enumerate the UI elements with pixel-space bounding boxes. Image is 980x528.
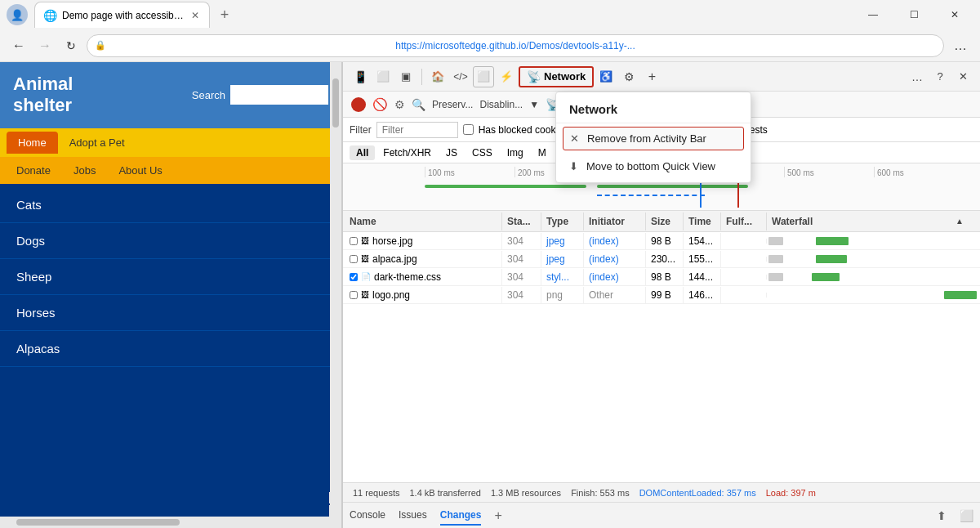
- browser-window: 👤 🌐 Demo page with accessibility issu ✕ …: [0, 0, 980, 528]
- context-menu-overlay: Network ✕ Remove from Activity Bar ⬇ Mov…: [343, 62, 980, 528]
- main-area: Animalshelter Search Home Adopt a Pet Do…: [0, 62, 980, 528]
- sub-item-about[interactable]: About Us: [109, 160, 172, 181]
- address-wrapper: 🔒: [87, 34, 944, 57]
- tab-title: Demo page with accessibility issu: [62, 10, 185, 21]
- reload-button[interactable]: ↻: [60, 35, 82, 56]
- sub-menu: Donate Jobs About Us: [0, 157, 341, 184]
- address-input[interactable]: [87, 34, 944, 57]
- page-header: Animalshelter Search: [0, 62, 341, 128]
- context-menu-item-move[interactable]: ⬇ Move to bottom Quick View: [556, 154, 751, 179]
- scrollbar-thumb[interactable]: [332, 78, 339, 128]
- context-menu-item-remove[interactable]: ✕ Remove from Activity Bar: [563, 127, 744, 150]
- remove-icon: ✕: [570, 132, 579, 145]
- devtools-panel: 📱 ⬜ ▣ 🏠 </> ⬜ ⚡ 📡 Network ♿ ⚙ + … ?: [343, 62, 980, 528]
- move-icon: ⬇: [569, 160, 578, 172]
- more-button[interactable]: …: [949, 34, 972, 57]
- tab-close-icon[interactable]: ✕: [189, 8, 201, 23]
- tab-bar: 👤 🌐 Demo page with accessibility issu ✕ …: [0, 0, 980, 29]
- sidebar-list: Cats Dogs Sheep Horses Alpacas: [0, 184, 341, 517]
- sub-item-jobs[interactable]: Jobs: [64, 160, 105, 181]
- browser-tab[interactable]: 🌐 Demo page with accessibility issu ✕: [34, 2, 210, 28]
- nav-item-adopt[interactable]: Adopt a Pet: [58, 132, 136, 154]
- page-hscroll[interactable]: ▶: [0, 517, 341, 528]
- site-title: Animalshelter: [13, 74, 73, 117]
- maximize-button[interactable]: ☐: [895, 2, 933, 28]
- sidebar-item-horses[interactable]: Horses: [0, 295, 341, 331]
- sidebar-item-sheep[interactable]: Sheep: [0, 259, 341, 295]
- context-menu-item-remove-label: Remove from Activity Bar: [587, 132, 706, 145]
- minimize-button[interactable]: —: [854, 2, 892, 28]
- profile-avatar[interactable]: 👤: [7, 4, 28, 25]
- new-tab-button[interactable]: +: [213, 3, 236, 26]
- close-button[interactable]: ✕: [936, 2, 973, 28]
- search-label: Search: [192, 89, 225, 101]
- back-button[interactable]: ←: [8, 35, 29, 56]
- context-menu-title: Network: [556, 96, 751, 123]
- context-menu: Network ✕ Remove from Activity Bar ⬇ Mov…: [555, 92, 751, 183]
- nav-item-home[interactable]: Home: [7, 132, 58, 154]
- scrollbar-track[interactable]: [330, 62, 341, 528]
- page-search-input[interactable]: [230, 85, 328, 105]
- context-menu-item-move-label: Move to bottom Quick View: [586, 160, 715, 172]
- webpage-preview: Animalshelter Search Home Adopt a Pet Do…: [0, 62, 343, 528]
- nav-menu: Home Adopt a Pet: [0, 128, 341, 157]
- lock-icon: 🔒: [95, 40, 106, 51]
- sidebar-item-alpacas[interactable]: Alpacas: [0, 331, 341, 367]
- address-bar: ← → ↻ 🔒 …: [0, 29, 980, 62]
- tab-favicon: 🌐: [43, 9, 57, 22]
- sub-item-donate[interactable]: Donate: [7, 160, 60, 181]
- sidebar-item-dogs[interactable]: Dogs: [0, 223, 341, 259]
- sidebar-item-cats[interactable]: Cats: [0, 187, 341, 223]
- forward-button[interactable]: →: [34, 35, 56, 56]
